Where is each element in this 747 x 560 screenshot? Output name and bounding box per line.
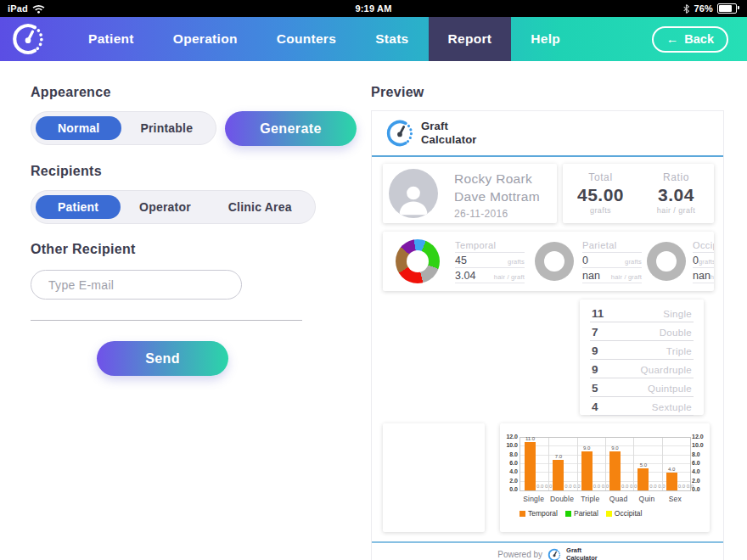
region-donut-empty <box>647 242 686 281</box>
stat-ratio: Ratio3.04hair / graft <box>638 164 714 223</box>
legend-item-parietal: Parietal <box>565 509 598 518</box>
y-axis-tick: 6.0 <box>692 460 709 466</box>
y-axis-tick: 12.0 <box>501 434 518 440</box>
nav-tab-stats[interactable]: Stats <box>356 17 428 61</box>
graft-table-row: 5Quintpule <box>590 378 694 397</box>
send-button[interactable]: Send <box>97 341 228 376</box>
x-axis-labels: SingleDoubleTripleQuadQuinSex <box>520 495 689 503</box>
bar-temporal-quin <box>637 468 649 490</box>
recipients-option-operator[interactable]: Operator <box>121 195 210 219</box>
email-input[interactable] <box>31 270 242 300</box>
graft-table-row: 11Single <box>590 304 694 322</box>
bar-value-label: 9.0 <box>578 445 596 451</box>
bar-temporal-triple <box>581 451 593 491</box>
brand-name: Graft Calculator <box>566 547 598 560</box>
recipients-segmented-control: PatientOperatorClinic Area <box>31 190 316 224</box>
legend-item-temporal: Temporal <box>520 509 558 518</box>
bar-temporal-sex <box>666 473 677 490</box>
navigation-bar: PatientOperationCountersStatsReportHelp … <box>0 17 747 61</box>
appearance-option-printable[interactable]: Printable <box>121 116 211 140</box>
battery-icon <box>717 3 737 14</box>
bar-value-label: 9.0 <box>606 445 624 451</box>
avatar <box>389 169 438 218</box>
y-axis-tick: 6.0 <box>501 460 518 466</box>
bar-chart-plot: 11.00.0 0.07.00.0 0.09.00.0 0.09.00.0 0.… <box>520 437 691 491</box>
status-bar: iPad 9:19 AM 76% <box>0 0 747 17</box>
region-donut-chart <box>396 239 440 283</box>
appearance-heading: Appearence <box>31 85 111 100</box>
patient-name: Rocky Roark <box>454 171 532 187</box>
graft-calculator-logo-icon <box>548 548 561 560</box>
back-arrow-icon: ← <box>666 32 679 46</box>
empty-card <box>383 423 485 532</box>
bar-value-label: 11.0 <box>521 436 539 441</box>
totals-card: Total45.00graftsRatio3.04hair / graft <box>563 164 714 223</box>
bar-value-label: 7.0 <box>549 454 567 459</box>
footer-divider <box>372 541 723 543</box>
bluetooth-icon <box>683 4 689 14</box>
y-axis-tick: 2.0 <box>692 478 709 484</box>
x-axis-label: Single <box>520 495 548 503</box>
graft-table-row: 9Quardruple <box>590 360 694 378</box>
region-donut-empty <box>535 242 574 281</box>
y-axis-tick: 4.0 <box>501 468 518 474</box>
graft-type-table: 11Single7Double9Triple9Quardruple5Quintp… <box>580 300 704 415</box>
graft-table-row: 9Triple <box>590 341 694 360</box>
wifi-icon <box>32 4 45 14</box>
bar-value-label: 5.0 <box>634 462 652 468</box>
appearance-option-normal[interactable]: Normal <box>36 116 121 140</box>
legend-swatch <box>606 511 612 517</box>
app-logo-icon <box>11 17 45 61</box>
graft-calculator-logo-icon <box>385 119 414 151</box>
patient-card: Rocky Roark Dave Mottram 26-11-2016 <box>383 164 557 223</box>
region-stats-occipital: Occipital0graftsnanhair / graft <box>693 240 714 283</box>
y-axis-tick: 4.0 <box>692 468 709 474</box>
bar-value-label: 4.0 <box>663 467 681 472</box>
recipients-option-patient[interactable]: Patient <box>36 195 121 219</box>
x-axis-label: Double <box>548 495 576 503</box>
report-date: 26-11-2016 <box>454 208 508 220</box>
nav-tabs: PatientOperationCountersStatsReportHelp <box>69 17 580 61</box>
legend-swatch <box>520 511 525 517</box>
clock: 9:19 AM <box>0 3 747 14</box>
nav-tab-operation[interactable]: Operation <box>154 17 257 61</box>
x-axis-label: Sex <box>661 495 689 503</box>
other-recipient-heading: Other Recipient <box>31 242 136 257</box>
x-axis-label: Quin <box>632 495 660 503</box>
generate-button[interactable]: Generate <box>225 111 357 146</box>
zero-value-labels: 0.0 0.0 <box>593 484 609 489</box>
zero-value-labels: 0.0 0.0 <box>564 484 580 489</box>
battery-percent: 76% <box>694 3 713 14</box>
appearance-segmented-control: NormalPrintable <box>31 111 216 145</box>
preview-heading: Preview <box>371 85 424 100</box>
nav-tab-patient[interactable]: Patient <box>69 17 154 61</box>
brand-name: Graft Calculator <box>421 120 477 147</box>
zero-value-labels: 0.0 0.0 <box>678 484 694 489</box>
x-axis-label: Quad <box>604 495 632 503</box>
y-axis-tick: 2.0 <box>501 478 518 484</box>
graft-table-row: 7Double <box>590 322 694 341</box>
y-axis-tick: 0.0 <box>692 486 709 492</box>
x-axis-label: Triple <box>576 495 604 503</box>
back-button[interactable]: ← Back <box>652 26 728 53</box>
nav-tab-counters[interactable]: Counters <box>257 17 356 61</box>
legend-swatch <box>565 511 571 517</box>
y-axis-tick: 8.0 <box>692 451 709 457</box>
nav-tab-help[interactable]: Help <box>511 17 580 61</box>
powered-by: Powered by Graft Calculator <box>372 547 723 560</box>
bar-temporal-single <box>525 442 536 490</box>
legend-item-occipital: Occipital <box>606 509 643 518</box>
nav-tab-report[interactable]: Report <box>429 17 512 61</box>
bar-temporal-double <box>553 460 564 490</box>
graft-table-row: 4Sextuple <box>590 397 694 416</box>
report-header: Graft Calculator <box>372 111 723 157</box>
y-axis-tick: 12.0 <box>692 434 709 440</box>
regions-card: Temporal45grafts3.04hair / graftParietal… <box>383 232 714 291</box>
divider <box>31 320 302 321</box>
recipients-option-clinic-area[interactable]: Clinic Area <box>210 195 311 219</box>
stat-total: Total45.00grafts <box>563 164 638 223</box>
region-stats-temporal: Temporal45grafts3.04hair / graft <box>455 240 525 283</box>
zero-value-labels: 0.0 0.0 <box>621 484 637 489</box>
y-axis-tick: 0.0 <box>501 486 518 492</box>
bar-chart-card: 0.00.02.02.04.04.06.06.08.08.010.010.012… <box>500 423 710 532</box>
